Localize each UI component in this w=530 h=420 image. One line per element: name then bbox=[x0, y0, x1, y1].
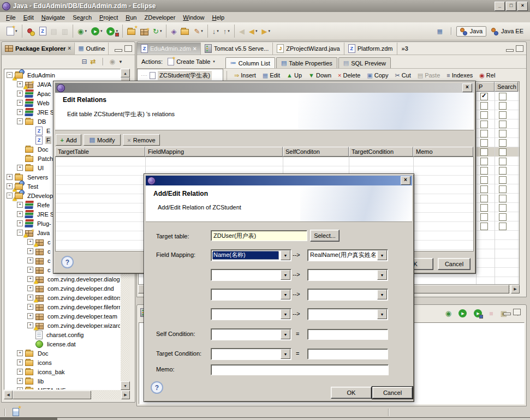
expander-icon[interactable]: + bbox=[27, 304, 33, 310]
dropdown-icon[interactable]: ▾ bbox=[228, 29, 230, 33]
dropdown-icon[interactable]: ▾ bbox=[160, 29, 162, 33]
maximize-view-icon[interactable] bbox=[124, 45, 132, 52]
import-wizard-button[interactable] bbox=[126, 25, 138, 37]
checkbox-search-row14[interactable] bbox=[499, 213, 507, 221]
run-timed-button[interactable]: ▶ bbox=[472, 307, 484, 319]
prev-annotation-button[interactable]: ↑▾ bbox=[222, 25, 231, 37]
mapping-target-combo-1[interactable]: RealName(用户真实姓名▼ bbox=[307, 249, 388, 261]
create-table-button[interactable]: Create Table ▾ bbox=[165, 57, 218, 67]
table-list[interactable]: ···· ZCStudent(学生表) bbox=[137, 69, 223, 82]
mapping-source-combo-3[interactable]: ▼ bbox=[211, 289, 291, 301]
new-package-button[interactable] bbox=[139, 25, 150, 37]
expander-icon[interactable]: + bbox=[17, 378, 23, 384]
collapse-all-icon[interactable]: ⊟ bbox=[81, 58, 87, 65]
expander-icon[interactable]: + bbox=[27, 267, 33, 273]
expander-icon[interactable]: + bbox=[17, 350, 23, 356]
tree-item-com-zving-developer-wizards[interactable]: +com.zving.developer.wizards bbox=[4, 321, 120, 330]
expander-icon[interactable]: + bbox=[27, 257, 33, 263]
dropdown-icon[interactable]: ▼ bbox=[281, 349, 290, 359]
checkbox-p-row4[interactable] bbox=[480, 121, 488, 128]
link-with-editor-icon[interactable]: ⇄ bbox=[91, 58, 96, 65]
expander-icon[interactable]: + bbox=[17, 165, 23, 171]
target-condition-input[interactable] bbox=[307, 349, 388, 359]
dropdown-icon[interactable]: ▾ bbox=[15, 29, 17, 33]
relation-column-selfconditon[interactable]: SelfConditon bbox=[283, 147, 349, 157]
forward-button[interactable]: ▶▾ bbox=[260, 25, 272, 37]
dropdown-icon[interactable]: ▼ bbox=[281, 250, 290, 260]
close-tab-icon[interactable]: × bbox=[193, 45, 196, 52]
open-folder-button[interactable] bbox=[179, 25, 191, 37]
checkbox-search-row3[interactable] bbox=[499, 111, 507, 119]
menu-run[interactable]: Run bbox=[122, 13, 140, 22]
close-view-icon[interactable]: × bbox=[68, 45, 71, 51]
dropdown-icon[interactable]: ▼ bbox=[281, 270, 290, 280]
checkbox-p-row1[interactable] bbox=[480, 93, 488, 100]
help-icon[interactable]: ? bbox=[151, 381, 163, 394]
tree-item-com-zving-developer-team[interactable]: +com.zving.developer.team bbox=[4, 311, 120, 321]
perspective-java-ee[interactable]: Java EE bbox=[488, 26, 527, 37]
back-button[interactable]: ◀▾ bbox=[247, 25, 259, 37]
tree-item-com-zving-developer-fileform[interactable]: +com.zving.developer.fileform bbox=[4, 302, 120, 311]
refresh-button[interactable]: ↻▾ bbox=[151, 25, 163, 37]
selected-table-node[interactable]: ZCStudent(学生表) bbox=[158, 71, 212, 80]
fast-view-icon[interactable] bbox=[13, 408, 19, 416]
editor-tab-platform-zdm[interactable]: Platform.zdm bbox=[344, 43, 397, 55]
dropdown-icon[interactable]: ▾ bbox=[255, 29, 258, 33]
external-tools-button[interactable]: ▶▾ bbox=[105, 25, 120, 37]
tree-item-com-zving-developer-editors[interactable]: +com.zving.developer.editors bbox=[4, 293, 120, 302]
dropdown-icon[interactable]: ▼ bbox=[377, 309, 387, 319]
view-menu-icon[interactable]: ▼ bbox=[118, 59, 123, 64]
up-button[interactable]: ▲Up bbox=[284, 71, 305, 80]
checkbox-p-row13[interactable] bbox=[480, 204, 488, 212]
open-type-button[interactable]: ◈ bbox=[169, 25, 178, 37]
scroll-left-icon[interactable]: ◀ bbox=[4, 391, 13, 399]
expander-icon[interactable]: + bbox=[7, 174, 13, 180]
checkbox-p-row15[interactable] bbox=[480, 223, 488, 230]
menu-navigate[interactable]: Navigate bbox=[38, 13, 69, 22]
checkbox-p-row6[interactable] bbox=[480, 139, 488, 147]
next-annotation-button[interactable]: ↓▾ bbox=[211, 25, 221, 37]
checkbox-search-row15[interactable] bbox=[499, 223, 507, 230]
checkbox-search-row6[interactable] bbox=[499, 139, 507, 147]
insert-button[interactable]: ⇒Insert bbox=[231, 71, 259, 80]
expander-icon[interactable]: + bbox=[17, 387, 23, 390]
last-edit-location-button[interactable]: ◀ bbox=[237, 25, 246, 37]
minimize-editor-icon[interactable] bbox=[506, 49, 514, 52]
format-brush-button[interactable]: ✎▾ bbox=[192, 25, 204, 37]
scroll-right-icon[interactable]: ▶ bbox=[121, 391, 130, 399]
expander-icon[interactable]: − bbox=[7, 193, 13, 199]
mapping-target-combo-3[interactable]: ▼ bbox=[307, 289, 388, 301]
menu-file[interactable]: File bbox=[2, 13, 20, 22]
dropdown-icon[interactable]: ▼ bbox=[281, 329, 290, 339]
checkbox-search-row13[interactable] bbox=[499, 204, 507, 212]
mapping-source-combo-1[interactable]: Name(名称)▼ bbox=[211, 249, 291, 261]
expander-icon[interactable]: + bbox=[17, 109, 23, 115]
checkbox-search-row8[interactable] bbox=[499, 158, 507, 165]
tab-overflow-chevron[interactable]: »3 bbox=[402, 45, 408, 52]
tree-item-eduadmin[interactable]: −EduAdmin bbox=[4, 70, 120, 80]
expander-icon[interactable]: + bbox=[7, 183, 13, 189]
menu-help[interactable]: Help bbox=[208, 13, 228, 22]
scroll-down-icon[interactable]: ▼ bbox=[121, 381, 130, 390]
dropdown-icon[interactable]: ▼ bbox=[377, 290, 387, 299]
scroll-up-icon[interactable]: ▲ bbox=[121, 69, 130, 77]
close-dialog-button[interactable]: × bbox=[401, 176, 410, 185]
expander-icon[interactable]: + bbox=[27, 276, 33, 282]
checkbox-search-row1[interactable] bbox=[499, 93, 507, 100]
tree-hscrollbar[interactable]: ◀ ▶ bbox=[4, 391, 130, 399]
close-dialog-button[interactable]: × bbox=[462, 83, 472, 92]
expander-icon[interactable]: − bbox=[17, 118, 23, 124]
mapping-source-combo-4[interactable]: ▼ bbox=[211, 308, 291, 320]
relation-column-memo[interactable]: Memo bbox=[413, 147, 473, 157]
checkbox-p-row5[interactable] bbox=[480, 130, 488, 137]
mapping-target-combo-2[interactable]: ▼ bbox=[307, 269, 388, 281]
zdm-file-button[interactable] bbox=[38, 25, 48, 37]
dropdown-icon[interactable]: ▾ bbox=[201, 29, 203, 33]
dropdown-icon[interactable]: ▾ bbox=[85, 29, 87, 33]
expander-icon[interactable]: + bbox=[17, 91, 23, 97]
expander-icon[interactable]: + bbox=[17, 220, 23, 226]
minimize-button[interactable]: _ bbox=[495, 2, 505, 11]
tab-column-list[interactable]: ≔Column List bbox=[225, 57, 275, 68]
minimize-view-icon[interactable] bbox=[115, 49, 122, 52]
menu-project[interactable]: Project bbox=[96, 13, 122, 22]
